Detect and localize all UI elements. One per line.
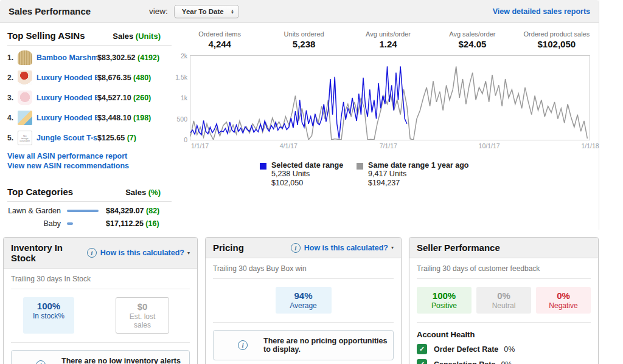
asin-rank: 2. xyxy=(7,74,18,82)
health-row: ✓ Cancelation Rate 0% xyxy=(417,359,591,364)
no-image-text: No image available xyxy=(19,134,30,142)
legend-item: Same date range 1 year ago 9,417 Units $… xyxy=(357,161,468,188)
asin-rank: 5. xyxy=(7,134,18,142)
x-axis: 1/1/17 4/1/17 7/1/17 10/1/17 1/1/18 xyxy=(190,142,590,151)
stat-label: Est. lost sales xyxy=(121,312,164,329)
pricing-card-title: Pricing xyxy=(213,242,291,253)
info-icon: i xyxy=(238,340,248,350)
metric-value: $24.05 xyxy=(430,39,514,49)
left-column: Top Selling ASINs Sales (Units) 1. Bambo… xyxy=(0,23,178,257)
check-icon: ✓ xyxy=(417,344,427,354)
asin-name-link[interactable]: Bamboo Marshmallo... xyxy=(37,53,97,62)
x-axis-tick: 1/1/17 xyxy=(191,142,209,149)
product-thumbnail[interactable] xyxy=(18,50,32,65)
legend-item: Selected date range 5,238 Units $102,050 xyxy=(260,161,343,188)
page-title: Sales Performance xyxy=(9,6,91,16)
category-bar xyxy=(67,222,73,225)
buy-box-average-stat: 94% Average xyxy=(276,287,332,314)
asin-name-link[interactable]: Jungle Scout T-shirt, ... xyxy=(37,134,97,142)
top-categories-title: Top Categories xyxy=(7,187,73,197)
sales-header-label: Sales xyxy=(125,188,148,197)
legend-sales: $194,237 xyxy=(368,179,468,188)
asin-units-value: (7) xyxy=(127,134,136,142)
health-row: ✓ Order Defect Rate 0% xyxy=(417,344,591,354)
category-name: Baby xyxy=(7,219,61,228)
health-label: Cancelation Rate xyxy=(434,360,495,364)
legend-units: 9,417 Units xyxy=(368,170,468,179)
how-calculated-link[interactable]: How is this calculated? xyxy=(100,249,184,257)
stat-label: Average xyxy=(280,301,327,310)
product-thumbnail[interactable] xyxy=(18,111,32,125)
stat-value: 0% xyxy=(541,290,586,301)
sales-performance-section: Sales Performance view: Year To Date ▲▼ … xyxy=(0,0,599,257)
legend-swatch xyxy=(357,163,363,170)
x-axis-tick: 1/1/18 xyxy=(581,142,599,149)
asin-rank: 3. xyxy=(7,94,18,102)
view-select[interactable]: Year To Date ▲▼ xyxy=(174,5,239,18)
asin-row: 5. No image available Jungle Scout T-shi… xyxy=(7,130,172,146)
units-header-label: (Units) xyxy=(136,32,161,41)
est-lost-sales-stat: $0 Est. lost sales xyxy=(116,297,169,334)
how-calculated-link[interactable]: How is this calculated? xyxy=(304,244,388,252)
metric-ordered-items: Ordered items 4,244 xyxy=(178,30,262,49)
view-detailed-sales-reports-link[interactable]: View detailed sales reports xyxy=(493,7,590,16)
legend-units: 5,238 Units xyxy=(271,170,343,179)
stat-value: 94% xyxy=(280,290,327,301)
no-image-placeholder[interactable]: No image available xyxy=(18,131,32,145)
metric-avg-units-order: Avg units/order 1.24 xyxy=(346,30,430,49)
account-health-label: Account Health xyxy=(417,330,591,339)
asin-row: 4. Luxury Hooded Baby ... $3,448.10 (198… xyxy=(7,110,172,126)
check-icon: ✓ xyxy=(417,359,427,364)
inventory-card-title: Inventory In Stock xyxy=(11,242,87,263)
top-selling-asins-title: Top Selling ASINs xyxy=(7,30,85,41)
view-label: view: xyxy=(149,7,168,16)
view-new-asin-recommendations-link[interactable]: View new ASIN recommendations xyxy=(7,162,129,170)
asin-sales-amount: $8,676.35 xyxy=(97,74,133,82)
category-sales-value: $84,329.07 (82) xyxy=(106,207,159,215)
x-axis-tick: 10/1/17 xyxy=(479,142,500,149)
category-pct-value: (82) xyxy=(146,207,159,215)
asin-units-value: (4192) xyxy=(137,53,159,62)
sales-percent-header: Sales (%) xyxy=(125,188,161,197)
category-bar xyxy=(67,210,99,212)
alert-text: There are no pricing opportunities to di… xyxy=(263,337,388,354)
top-selling-asins-panel: Top Selling ASINs Sales (Units) 1. Bambo… xyxy=(7,23,172,171)
metric-label: Avg units/order xyxy=(346,30,430,38)
inventory-subtitle: Trailing 30 days In Stock xyxy=(11,275,190,289)
asin-name-link[interactable]: Luxury Hooded Baby ... xyxy=(37,74,97,82)
health-value: 0% xyxy=(504,345,515,354)
info-icon: i xyxy=(36,360,46,364)
in-stock-stat: 100% In stock% xyxy=(23,297,74,334)
category-row: Baby $17,112.25 (16) xyxy=(7,219,172,227)
product-thumbnail[interactable] xyxy=(18,91,32,105)
y-axis-tick: 0 xyxy=(163,136,187,143)
legend-label: Selected date range xyxy=(271,161,343,170)
percent-header-label: (%) xyxy=(148,188,161,197)
asin-name-link[interactable]: Luxury Hooded Baby ... xyxy=(37,114,97,122)
asin-sales-amount: $125.65 xyxy=(97,134,127,142)
sales-chart: 2k 1.5k 1k 500 0 xyxy=(190,55,590,140)
chart-column: Ordered items 4,244 Units ordered 5,238 … xyxy=(178,23,599,257)
pricing-alert-box: i There are no pricing opportunities to … xyxy=(213,330,394,360)
view-all-asin-performance-link[interactable]: View all ASIN performance report xyxy=(7,152,127,160)
pricing-subtitle: Trailing 30 days Buy Box win xyxy=(213,264,394,279)
category-name: Lawn & Garden xyxy=(7,207,61,215)
category-sales-amount: $17,112.25 xyxy=(106,219,145,228)
category-row: Lawn & Garden $84,329.07 (82) xyxy=(7,207,172,215)
legend-sales: $102,050 xyxy=(271,179,343,188)
product-thumbnail[interactable] xyxy=(18,70,32,85)
sales-performance-header: Sales Performance view: Year To Date ▲▼ … xyxy=(0,0,599,23)
bottom-cards: Inventory In Stock i How is this calcula… xyxy=(0,230,623,364)
metric-label: Ordered items xyxy=(178,30,262,38)
asin-name-link[interactable]: Luxury Hooded Baby ... xyxy=(37,94,97,102)
legend-swatch xyxy=(260,163,266,170)
legend-label: Same date range 1 year ago xyxy=(368,161,468,170)
chart-legend: Selected date range 5,238 Units $102,050… xyxy=(260,161,599,188)
asin-sales-amount: $3,448.10 xyxy=(97,114,133,122)
asin-row: 2. Luxury Hooded Baby ... $8,676.35 (480… xyxy=(7,70,172,86)
category-sales-amount: $84,329.07 xyxy=(106,207,146,215)
metric-label: Avg sales/order xyxy=(430,30,514,38)
asin-row: 1. Bamboo Marshmallo... $83,302.52 (4192… xyxy=(7,50,172,66)
caret-down-icon: ▾ xyxy=(187,250,190,256)
stat-value: 100% xyxy=(422,290,467,301)
